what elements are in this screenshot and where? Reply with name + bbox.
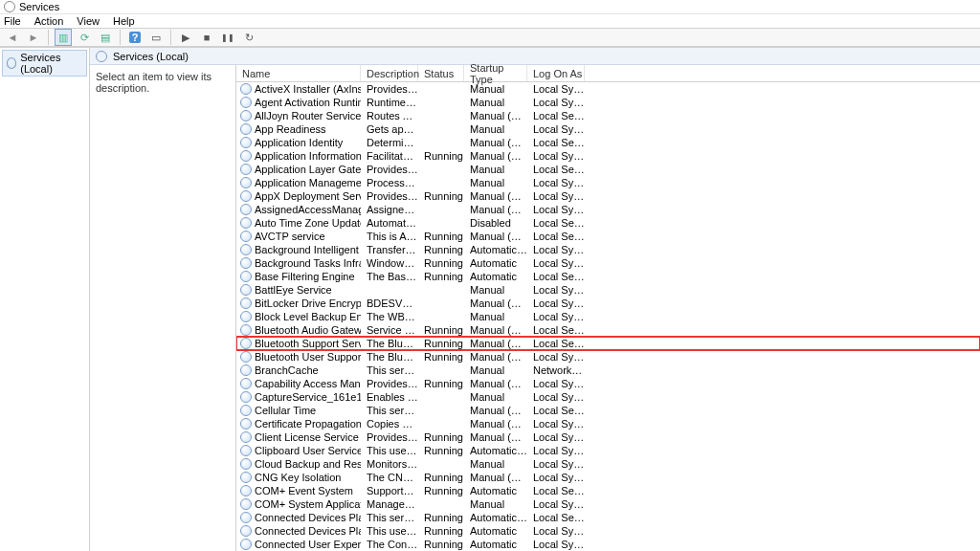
service-name: Cellular Time [236,405,361,416]
service-startup: Automatic (... [464,445,527,456]
service-row[interactable]: COM+ System ApplicationManages th...Manu… [236,497,980,511]
service-name: Certificate Propagation [236,418,361,430]
col-logon[interactable]: Log On As [527,65,585,81]
help-button[interactable] [126,29,144,46]
service-description: AssignedAc... [361,204,418,215]
panel-header: Services (Local) [90,48,980,65]
menu-action[interactable]: Action [34,15,64,27]
service-row[interactable]: Agent Activation Runtime_...Runtime for.… [236,96,980,109]
service-icon [240,445,252,456]
service-logon: Local Service [527,217,585,229]
export-button[interactable] [97,29,114,46]
service-name: App Readiness [236,123,361,135]
restart-service-button[interactable] [240,29,257,46]
service-row[interactable]: Certificate PropagationCopies user ...Ma… [236,417,980,430]
service-row[interactable]: BranchCacheThis service ...ManualNetwork… [236,364,980,377]
service-row[interactable]: Auto Time Zone UpdaterAutomatica...Disab… [236,216,980,230]
service-row[interactable]: Base Filtering EngineThe Base Fil...Runn… [236,270,980,283]
service-row[interactable]: CaptureService_161e1cEnables opti...Manu… [236,390,980,404]
service-row[interactable]: Client License Service (ClipS...Provides… [236,430,980,444]
col-startup[interactable]: Startup Type [464,65,527,81]
pause-service-button[interactable] [219,29,236,46]
service-name: COM+ Event System [236,485,361,496]
service-row[interactable]: App ReadinessGets apps re...ManualLocal … [236,122,980,136]
service-name: Bluetooth User Support Ser... [236,351,361,363]
service-row[interactable]: AVCTP serviceThis is Audi...RunningManua… [236,230,980,243]
service-row[interactable]: Bluetooth User Support Ser...The Bluetoo… [236,350,980,364]
start-service-button[interactable] [177,29,194,46]
service-row[interactable]: Connected User Experience...The Connec..… [236,538,980,551]
service-startup: Manual (Trig... [464,324,527,336]
menu-file[interactable]: File [4,15,21,27]
service-row[interactable]: Application ManagementProcesses in...Man… [236,176,980,189]
service-name: Capability Access Manager ... [236,378,361,389]
service-startup: Manual (Trig... [464,231,527,242]
service-row[interactable]: AllJoyn Router ServiceRoutes AllJo...Man… [236,109,980,122]
service-startup: Manual (Trig... [464,137,527,148]
service-row[interactable]: BattlEye ServiceManualLocal Syste... [236,283,980,297]
service-description: Gets apps re... [361,123,418,135]
service-startup: Manual (Trig... [464,431,527,443]
service-name: BattlEye Service [236,284,361,296]
service-row[interactable]: BitLocker Drive Encryption ...BDESVC hos… [236,297,980,310]
service-logon: Local Service [527,324,585,336]
service-row[interactable]: AppX Deployment Service (...Provides inf… [236,189,980,203]
service-description: Manages th... [361,498,418,510]
service-row[interactable]: Clipboard User Service_161e...This user … [236,444,980,457]
menu-help[interactable]: Help [113,15,135,27]
service-icon [240,405,252,416]
service-row[interactable]: Background Intelligent Tran...Transfers … [236,243,980,256]
service-icon [240,150,252,162]
forward-button[interactable] [25,29,42,46]
service-row[interactable]: Bluetooth Support ServiceThe Bluetoo...R… [236,337,980,350]
service-logon: Local Service [527,485,585,496]
refresh-button[interactable] [76,29,93,46]
service-row[interactable]: Block Level Backup Engine ...The WBENG..… [236,310,980,323]
service-icon [240,539,252,550]
service-row[interactable]: Cellular TimeThis service ...Manual (Tri… [236,404,980,417]
service-row[interactable]: ActiveX Installer (AxInstSV)Provides Us.… [236,82,980,96]
properties-button[interactable]: ▭ [147,29,165,46]
service-name: Clipboard User Service_161e... [236,445,361,456]
col-name[interactable]: Name [236,65,361,81]
service-icon [240,83,252,95]
service-row[interactable]: Background Tasks Infrastruc...Windows in… [236,256,980,270]
service-row[interactable]: Connected Devices Platfor...This service… [236,511,980,524]
back-button[interactable] [4,29,21,46]
service-row[interactable]: Bluetooth Audio Gateway S...Service sup.… [236,323,980,337]
service-description: Provides su... [361,164,418,175]
service-startup: Manual (Trig... [464,338,527,349]
service-icon [240,472,252,483]
service-row[interactable]: Connected Devices Platfor...This user se… [236,524,980,538]
service-icon [240,324,252,336]
service-description: This user ser... [361,445,418,456]
service-row[interactable]: CNG Key IsolationThe CNG ke...RunningMan… [236,471,980,484]
service-icon [240,137,252,148]
service-row[interactable]: AssignedAccessManager Se...AssignedAc...… [236,203,980,216]
services-list: Name Description Status Startup Type Log… [235,65,980,551]
service-logon: Local Syste... [527,284,585,296]
show-tree-button[interactable] [55,29,72,46]
service-description: Transfers fil... [361,244,418,255]
service-logon: Local Syste... [527,311,585,322]
service-description: This service ... [361,364,418,376]
service-row[interactable]: Capability Access Manager ...Provides fa… [236,377,980,390]
stop-service-button[interactable] [198,29,215,46]
tree-root-item[interactable]: Services (Local) [2,50,87,77]
service-name: Background Tasks Infrastruc... [236,257,361,269]
menu-view[interactable]: View [77,15,100,27]
service-description: Provides Us... [361,83,418,95]
col-status[interactable]: Status [418,65,464,81]
service-row[interactable]: COM+ Event SystemSupports Sy...RunningAu… [236,484,980,497]
service-row[interactable]: Application IdentityDetermines ...Manual… [236,136,980,149]
col-description[interactable]: Description [361,65,418,81]
service-logon: Local Syste... [527,498,585,510]
service-row[interactable]: Cloud Backup and Restore ...Monitors th.… [236,457,980,471]
service-name: BitLocker Drive Encryption ... [236,298,361,309]
service-row[interactable]: Application InformationFacilitates t...R… [236,149,980,163]
service-description: Provides inf... [361,190,418,202]
service-icon [240,257,252,269]
service-row[interactable]: Application Layer Gateway ...Provides su… [236,163,980,176]
service-name: COM+ System Application [236,498,361,510]
service-icon [240,190,252,202]
